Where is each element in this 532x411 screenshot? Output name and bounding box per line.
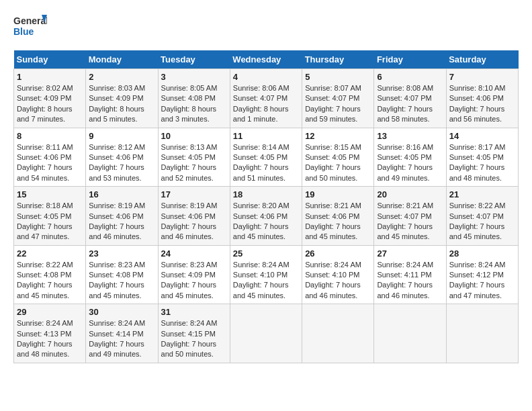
day-number: 12 — [305, 131, 371, 141]
calendar-cell: 8Sunrise: 8:11 AMSunset: 4:06 PMDaylight… — [14, 128, 86, 187]
day-info: Sunrise: 8:18 AMSunset: 4:05 PMDaylight:… — [17, 201, 83, 242]
day-number: 6 — [377, 72, 443, 82]
calendar-cell: 6Sunrise: 8:08 AMSunset: 4:07 PMDaylight… — [374, 69, 446, 128]
day-number: 28 — [449, 248, 515, 259]
calendar-week-row: 1Sunrise: 8:02 AMSunset: 4:09 PMDaylight… — [14, 69, 519, 128]
day-number: 9 — [89, 131, 154, 141]
day-info: Sunrise: 8:19 AMSunset: 4:06 PMDaylight:… — [161, 201, 227, 242]
calendar-cell: 27Sunrise: 8:24 AMSunset: 4:11 PMDayligh… — [374, 245, 446, 304]
day-number: 18 — [233, 189, 299, 199]
day-number: 26 — [305, 248, 371, 259]
calendar-cell: 29Sunrise: 8:24 AMSunset: 4:13 PMDayligh… — [14, 304, 86, 363]
day-number: 22 — [17, 248, 83, 259]
weekday-header-wednesday: Wednesday — [230, 50, 302, 69]
day-number: 5 — [305, 72, 371, 82]
day-number: 20 — [377, 189, 443, 199]
day-number: 24 — [161, 248, 227, 259]
day-info: Sunrise: 8:24 AMSunset: 4:13 PMDaylight:… — [17, 318, 83, 360]
calendar-cell: 3Sunrise: 8:05 AMSunset: 4:08 PMDaylight… — [158, 69, 230, 128]
day-number: 30 — [89, 307, 154, 317]
day-info: Sunrise: 8:08 AMSunset: 4:07 PMDaylight:… — [377, 83, 443, 125]
weekday-header-saturday: Saturday — [446, 50, 518, 69]
logo-svg: General Blue — [13, 13, 47, 44]
day-info: Sunrise: 8:24 AMSunset: 4:12 PMDaylight:… — [449, 260, 515, 302]
day-info: Sunrise: 8:07 AMSunset: 4:07 PMDaylight:… — [305, 83, 371, 125]
day-info: Sunrise: 8:11 AMSunset: 4:06 PMDaylight:… — [17, 142, 83, 184]
weekday-header-row: SundayMondayTuesdayWednesdayThursdayFrid… — [14, 50, 519, 69]
day-info: Sunrise: 8:17 AMSunset: 4:05 PMDaylight:… — [449, 142, 515, 184]
day-number: 10 — [161, 131, 227, 141]
calendar-cell — [374, 304, 446, 363]
day-info: Sunrise: 8:02 AMSunset: 4:09 PMDaylight:… — [17, 83, 83, 125]
calendar-cell: 28Sunrise: 8:24 AMSunset: 4:12 PMDayligh… — [446, 245, 518, 304]
day-info: Sunrise: 8:12 AMSunset: 4:06 PMDaylight:… — [89, 142, 154, 184]
day-info: Sunrise: 8:24 AMSunset: 4:10 PMDaylight:… — [305, 260, 371, 302]
page-header: General Blue — [13, 13, 519, 44]
calendar-cell: 14Sunrise: 8:17 AMSunset: 4:05 PMDayligh… — [446, 128, 518, 187]
calendar-week-row: 29Sunrise: 8:24 AMSunset: 4:13 PMDayligh… — [14, 304, 519, 363]
calendar-cell: 23Sunrise: 8:23 AMSunset: 4:08 PMDayligh… — [86, 245, 158, 304]
day-info: Sunrise: 8:05 AMSunset: 4:08 PMDaylight:… — [161, 83, 227, 125]
day-number: 7 — [449, 72, 515, 82]
calendar-cell: 24Sunrise: 8:23 AMSunset: 4:09 PMDayligh… — [158, 245, 230, 304]
day-info: Sunrise: 8:23 AMSunset: 4:09 PMDaylight:… — [161, 260, 227, 302]
day-info: Sunrise: 8:22 AMSunset: 4:07 PMDaylight:… — [449, 201, 515, 242]
logo: General Blue — [13, 13, 47, 44]
day-info: Sunrise: 8:13 AMSunset: 4:05 PMDaylight:… — [161, 142, 227, 184]
day-number: 19 — [305, 189, 371, 199]
calendar-cell: 26Sunrise: 8:24 AMSunset: 4:10 PMDayligh… — [302, 245, 374, 304]
calendar-cell: 31Sunrise: 8:24 AMSunset: 4:15 PMDayligh… — [158, 304, 230, 363]
day-number: 29 — [17, 307, 83, 317]
day-info: Sunrise: 8:21 AMSunset: 4:06 PMDaylight:… — [305, 201, 371, 242]
calendar-cell: 2Sunrise: 8:03 AMSunset: 4:09 PMDaylight… — [86, 69, 158, 128]
day-info: Sunrise: 8:16 AMSunset: 4:05 PMDaylight:… — [377, 142, 443, 184]
calendar-cell — [302, 304, 374, 363]
day-number: 3 — [161, 72, 227, 82]
day-number: 23 — [89, 248, 154, 259]
calendar-cell: 17Sunrise: 8:19 AMSunset: 4:06 PMDayligh… — [158, 187, 230, 246]
day-info: Sunrise: 8:14 AMSunset: 4:05 PMDaylight:… — [233, 142, 299, 184]
day-number: 11 — [233, 131, 299, 141]
weekday-header-friday: Friday — [374, 50, 446, 69]
svg-text:Blue: Blue — [13, 26, 34, 37]
calendar-cell — [446, 304, 518, 363]
day-number: 13 — [377, 131, 443, 141]
day-number: 21 — [449, 189, 515, 199]
calendar-cell: 21Sunrise: 8:22 AMSunset: 4:07 PMDayligh… — [446, 187, 518, 246]
weekday-header-thursday: Thursday — [302, 50, 374, 69]
weekday-header-tuesday: Tuesday — [158, 50, 230, 69]
day-info: Sunrise: 8:22 AMSunset: 4:08 PMDaylight:… — [17, 260, 83, 302]
weekday-header-monday: Monday — [86, 50, 158, 69]
calendar-week-row: 15Sunrise: 8:18 AMSunset: 4:05 PMDayligh… — [14, 187, 519, 246]
day-info: Sunrise: 8:15 AMSunset: 4:05 PMDaylight:… — [305, 142, 371, 184]
calendar-week-row: 22Sunrise: 8:22 AMSunset: 4:08 PMDayligh… — [14, 245, 519, 304]
calendar-cell: 4Sunrise: 8:06 AMSunset: 4:07 PMDaylight… — [230, 69, 302, 128]
calendar-cell: 12Sunrise: 8:15 AMSunset: 4:05 PMDayligh… — [302, 128, 374, 187]
calendar-cell: 15Sunrise: 8:18 AMSunset: 4:05 PMDayligh… — [14, 187, 86, 246]
weekday-header-sunday: Sunday — [14, 50, 86, 69]
calendar-cell: 1Sunrise: 8:02 AMSunset: 4:09 PMDaylight… — [14, 69, 86, 128]
calendar-week-row: 8Sunrise: 8:11 AMSunset: 4:06 PMDaylight… — [14, 128, 519, 187]
calendar-cell: 7Sunrise: 8:10 AMSunset: 4:06 PMDaylight… — [446, 69, 518, 128]
day-info: Sunrise: 8:03 AMSunset: 4:09 PMDaylight:… — [89, 83, 154, 125]
day-number: 14 — [449, 131, 515, 141]
calendar-table: SundayMondayTuesdayWednesdayThursdayFrid… — [13, 50, 519, 363]
day-number: 25 — [233, 248, 299, 259]
day-number: 17 — [161, 189, 227, 199]
calendar-cell: 9Sunrise: 8:12 AMSunset: 4:06 PMDaylight… — [86, 128, 158, 187]
calendar-cell: 20Sunrise: 8:21 AMSunset: 4:07 PMDayligh… — [374, 187, 446, 246]
calendar-cell: 22Sunrise: 8:22 AMSunset: 4:08 PMDayligh… — [14, 245, 86, 304]
calendar-cell: 13Sunrise: 8:16 AMSunset: 4:05 PMDayligh… — [374, 128, 446, 187]
calendar-cell: 30Sunrise: 8:24 AMSunset: 4:14 PMDayligh… — [86, 304, 158, 363]
calendar-cell: 25Sunrise: 8:24 AMSunset: 4:10 PMDayligh… — [230, 245, 302, 304]
day-number: 27 — [377, 248, 443, 259]
day-number: 1 — [17, 72, 83, 82]
calendar-cell — [230, 304, 302, 363]
day-number: 2 — [89, 72, 154, 82]
day-info: Sunrise: 8:24 AMSunset: 4:15 PMDaylight:… — [161, 318, 227, 360]
calendar-cell: 10Sunrise: 8:13 AMSunset: 4:05 PMDayligh… — [158, 128, 230, 187]
day-info: Sunrise: 8:21 AMSunset: 4:07 PMDaylight:… — [377, 201, 443, 242]
day-info: Sunrise: 8:19 AMSunset: 4:06 PMDaylight:… — [89, 201, 154, 242]
day-info: Sunrise: 8:23 AMSunset: 4:08 PMDaylight:… — [89, 260, 154, 302]
day-number: 31 — [161, 307, 227, 317]
